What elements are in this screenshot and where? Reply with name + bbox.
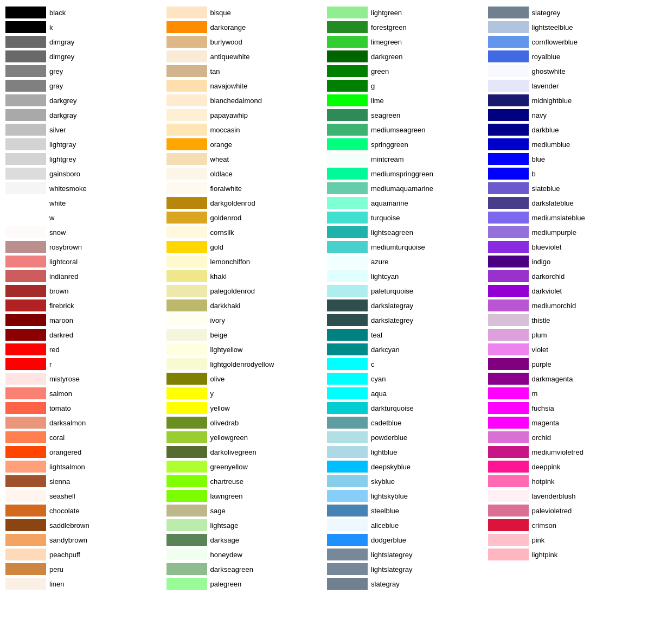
color-name-label: lightyellow bbox=[210, 346, 243, 354]
color-item: hotpink bbox=[488, 474, 649, 488]
color-swatch bbox=[166, 343, 207, 355]
color-item: blue bbox=[488, 152, 649, 166]
color-name-label: blueviolet bbox=[532, 243, 562, 251]
color-swatch bbox=[327, 402, 368, 414]
color-name-label: plum bbox=[532, 331, 547, 339]
color-item: darkgreen bbox=[327, 49, 488, 63]
color-item: orange bbox=[166, 137, 328, 151]
color-item: darkgrey bbox=[5, 93, 166, 107]
color-swatch bbox=[166, 197, 207, 209]
color-item: darkcyan bbox=[327, 342, 488, 356]
color-name-label: pink bbox=[532, 536, 545, 544]
color-item: sienna bbox=[5, 474, 166, 488]
color-item: lightcyan bbox=[327, 269, 488, 283]
color-swatch bbox=[166, 182, 207, 194]
color-swatch bbox=[327, 212, 368, 224]
color-swatch bbox=[488, 138, 529, 150]
color-item: darkviolet bbox=[488, 284, 649, 298]
color-item: mediumblue bbox=[488, 137, 649, 151]
color-item: darkorchid bbox=[488, 269, 649, 283]
color-item: darkred bbox=[5, 328, 166, 342]
color-name-label: lightskyblue bbox=[371, 492, 408, 500]
color-swatch bbox=[488, 329, 529, 341]
color-swatch bbox=[166, 314, 207, 326]
color-swatch bbox=[5, 65, 46, 77]
color-item: c bbox=[327, 357, 488, 371]
color-swatch bbox=[5, 402, 46, 414]
color-swatch bbox=[327, 343, 368, 355]
color-name-label: orange bbox=[210, 141, 232, 149]
color-swatch bbox=[488, 314, 529, 326]
color-item: chocolate bbox=[5, 503, 166, 518]
color-swatch bbox=[488, 241, 529, 253]
color-swatch bbox=[327, 431, 368, 443]
color-item: deeppink bbox=[488, 460, 649, 474]
color-swatch bbox=[166, 490, 207, 502]
color-name-label: navajowhite bbox=[210, 82, 248, 90]
color-column-1: blackkdimgraydimgreygreygraydarkgreydark… bbox=[5, 5, 166, 591]
color-swatch bbox=[5, 329, 46, 341]
color-item: palevioletred bbox=[488, 503, 649, 518]
color-name-label: darksalmon bbox=[49, 419, 86, 427]
color-item: maroon bbox=[5, 313, 166, 327]
color-name-label: chocolate bbox=[49, 507, 80, 515]
color-swatch bbox=[327, 226, 368, 238]
color-item: lightseagreen bbox=[327, 225, 488, 239]
color-swatch bbox=[166, 475, 207, 487]
color-name-label: snow bbox=[49, 228, 66, 237]
color-name-label: lightseagreen bbox=[371, 228, 413, 237]
color-item: mediumturquoise bbox=[327, 240, 488, 254]
color-item: m bbox=[488, 386, 649, 400]
color-item: ghostwhite bbox=[488, 64, 649, 78]
color-swatch bbox=[488, 549, 529, 560]
color-swatch bbox=[488, 373, 529, 385]
color-name-label: darkolivegreen bbox=[210, 448, 257, 456]
color-swatch bbox=[327, 153, 368, 165]
color-name-label: bisque bbox=[210, 9, 231, 17]
color-item: gainsboro bbox=[5, 167, 166, 181]
color-name-label: g bbox=[371, 82, 375, 90]
color-name-label: sandybrown bbox=[49, 536, 87, 544]
color-swatch bbox=[488, 21, 529, 33]
color-item: darkslategray bbox=[327, 298, 488, 313]
color-item: lime bbox=[327, 93, 488, 107]
color-name-label: r bbox=[49, 360, 52, 368]
color-swatch bbox=[488, 270, 529, 282]
color-name-label: lightgoldenrodyellow bbox=[210, 360, 274, 368]
color-item: lavenderblush bbox=[488, 489, 649, 503]
color-swatch bbox=[5, 431, 46, 443]
color-swatch bbox=[166, 417, 207, 429]
color-name-label: mediumorchid bbox=[532, 302, 576, 310]
color-item: powderblue bbox=[327, 430, 488, 444]
color-item: fuchsia bbox=[488, 401, 649, 415]
color-item: aquamarine bbox=[327, 196, 488, 210]
color-item: greenyellow bbox=[166, 460, 328, 474]
color-swatch bbox=[327, 241, 368, 253]
color-name-label: mistyrose bbox=[49, 375, 80, 383]
color-name-label: ghostwhite bbox=[532, 67, 566, 75]
color-name-label: seashell bbox=[49, 492, 75, 500]
color-item: lawngreen bbox=[166, 489, 328, 503]
color-name-label: forestgreen bbox=[371, 23, 407, 31]
color-item: darkslateblue bbox=[488, 196, 649, 210]
color-name-label: cornflowerblue bbox=[532, 38, 578, 46]
color-name-label: dodgerblue bbox=[371, 536, 406, 544]
color-swatch bbox=[488, 343, 529, 355]
color-name-label: darkgrey bbox=[49, 97, 77, 105]
color-swatch bbox=[488, 461, 529, 473]
color-name-label: midnightblue bbox=[532, 97, 572, 105]
color-item: papayawhip bbox=[166, 108, 328, 122]
color-item: dimgray bbox=[5, 35, 166, 49]
color-item: darkblue bbox=[488, 123, 649, 137]
color-swatch bbox=[327, 270, 368, 282]
color-item: cornflowerblue bbox=[488, 35, 649, 49]
color-swatch bbox=[166, 534, 207, 546]
color-swatch bbox=[327, 446, 368, 458]
color-item: lightslategrey bbox=[327, 547, 488, 562]
color-swatch bbox=[488, 7, 529, 18]
color-swatch bbox=[488, 285, 529, 297]
color-swatch bbox=[5, 387, 46, 399]
color-name-label: sage bbox=[210, 507, 226, 515]
color-name-label: lightslategray bbox=[371, 565, 413, 573]
color-swatch bbox=[327, 94, 368, 106]
